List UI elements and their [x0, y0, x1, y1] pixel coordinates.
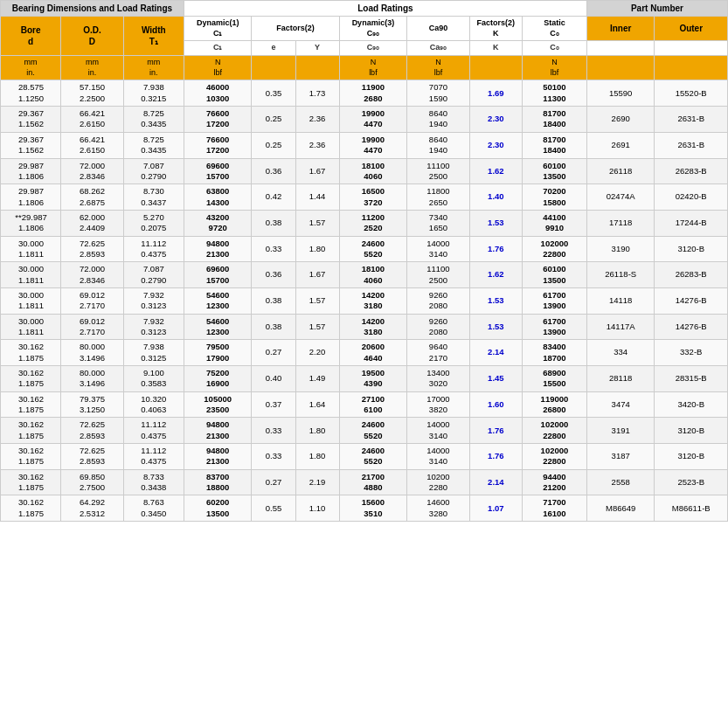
table-cell: 432009720: [184, 210, 252, 236]
table-cell: 1.60: [469, 391, 522, 418]
table-cell: 1.57: [295, 210, 339, 236]
table-cell: 3190: [586, 236, 655, 262]
table-cell: 79.3753.1250: [61, 391, 124, 418]
table-cell: 206004640: [339, 340, 407, 366]
table-cell: 9.1000.3583: [123, 366, 184, 392]
e-sub: e: [252, 41, 295, 56]
table-cell: 7170016100: [522, 495, 586, 522]
table-cell: 2.30: [469, 132, 522, 158]
table-cell: 69.0122.7170: [61, 314, 124, 340]
table-cell: 1.76: [469, 444, 522, 470]
c0-sub: C₀: [522, 41, 586, 56]
table-cell: 72.6252.8593: [61, 236, 124, 262]
table-cell: **29.9871.1806: [1, 210, 61, 236]
table-cell: 8.7630.3450: [123, 495, 184, 522]
table-cell: 14117A: [586, 314, 655, 340]
table-cell: 7660017200: [184, 132, 252, 158]
factors2a-header: Factors(2): [252, 17, 339, 41]
table-cell: 0.38: [252, 210, 295, 236]
table-cell: 62.0002.4409: [61, 210, 124, 236]
table-cell: 2690: [586, 107, 655, 133]
table-cell: 10200022800: [522, 418, 586, 444]
bearing-table: Bearing Dimensions and Load Ratings Load…: [0, 0, 728, 522]
part-number-header: Part Number: [586, 1, 727, 17]
table-cell: 72.6252.8593: [61, 444, 124, 470]
k-unit: [469, 56, 522, 80]
table-cell: 2.20: [295, 340, 339, 366]
table-cell: 9440021200: [522, 469, 586, 495]
table-cell: 119002680: [339, 80, 407, 107]
table-cell: 80.0003.1496: [61, 366, 124, 392]
dyn1-unit: Nlbf: [184, 56, 252, 80]
table-cell: 29.3671.1562: [1, 107, 61, 133]
table-cell: 0.33: [252, 236, 295, 262]
table-cell: 8.7250.3435: [123, 132, 184, 158]
table-cell: 10200022800: [522, 236, 586, 262]
ca90-header: Ca90: [407, 17, 470, 41]
ca90-sub: Ca₉₀: [407, 41, 470, 56]
table-cell: 2.36: [295, 107, 339, 133]
table-cell: 112002520: [339, 210, 407, 236]
table-cell: 2.19: [295, 469, 339, 495]
table-cell: 1.67: [295, 158, 339, 184]
table-cell: 6170013900: [522, 314, 586, 340]
width-unit: mmin.: [123, 56, 184, 80]
table-cell: 6380014300: [184, 184, 252, 211]
dynamic3-header: Dynamic(3) C₉₀: [339, 17, 407, 41]
table-cell: 02474A: [586, 184, 655, 211]
table-cell: 30.1621.1875: [1, 391, 61, 418]
y-unit: [295, 56, 339, 80]
table-cell: 1.64: [295, 391, 339, 418]
table-cell: 0.36: [252, 262, 295, 288]
table-cell: 26118: [586, 158, 655, 184]
table-cell: 1.80: [295, 444, 339, 470]
table-cell: 7.9320.3123: [123, 287, 184, 314]
table-cell: 6960015700: [184, 262, 252, 288]
table-cell: 28.5751.1250: [1, 80, 61, 107]
table-row: 30.1621.187580.0003.14969.1000.358375200…: [1, 366, 728, 392]
table-cell: 217004880: [339, 469, 407, 495]
dyn3-unit: Nlbf: [339, 56, 407, 80]
table-cell: 1.80: [295, 236, 339, 262]
table-cell: 30.1621.1875: [1, 495, 61, 522]
table-cell: 441009910: [522, 210, 586, 236]
table-cell: 29.3671.1562: [1, 132, 61, 158]
y-sub: Y: [295, 41, 339, 56]
table-cell: 96402170: [407, 340, 470, 366]
table-cell: 0.36: [252, 158, 295, 184]
inner-unit: [586, 56, 655, 80]
table-cell: 02420-B: [655, 184, 728, 211]
table-row: 30.1621.187564.2922.53128.7630.345060200…: [1, 495, 728, 522]
table-cell: 140003140: [407, 418, 470, 444]
table-cell: 111002500: [407, 158, 470, 184]
table-row: 30.1621.187572.6252.859311.1120.43759480…: [1, 444, 728, 470]
table-cell: 6890015500: [522, 366, 586, 392]
table-cell: 1.07: [469, 495, 522, 522]
table-cell: 2.36: [295, 132, 339, 158]
table-cell: 118002650: [407, 184, 470, 211]
outer-unit: [655, 56, 728, 80]
table-cell: 30.1621.1875: [1, 366, 61, 392]
table-cell: 72.0002.8346: [61, 262, 124, 288]
table-cell: 1.62: [469, 158, 522, 184]
table-cell: 1.57: [295, 287, 339, 314]
table-cell: 6020013500: [184, 495, 252, 522]
table-cell: 199004470: [339, 132, 407, 158]
table-cell: 2.14: [469, 340, 522, 366]
table-cell: 15590: [586, 80, 655, 107]
table-cell: 26283-B: [655, 262, 728, 288]
table-cell: 134003020: [407, 366, 470, 392]
table-cell: 142003180: [339, 287, 407, 314]
table-cell: M86611-B: [655, 495, 728, 522]
table-cell: 9480021300: [184, 236, 252, 262]
table-cell: 146003280: [407, 495, 470, 522]
table-cell: 28118: [586, 366, 655, 392]
table-row: 30.0001.181169.0122.71707.9320.312354600…: [1, 314, 728, 340]
table-row: 30.1621.187569.8502.75008.7330.343883700…: [1, 469, 728, 495]
table-cell: 2.30: [469, 107, 522, 133]
table-cell: 4600010300: [184, 80, 252, 107]
table-cell: 80.0003.1496: [61, 340, 124, 366]
table-cell: 5.2700.2075: [123, 210, 184, 236]
table-cell: 30.1621.1875: [1, 418, 61, 444]
table-cell: 246005520: [339, 418, 407, 444]
